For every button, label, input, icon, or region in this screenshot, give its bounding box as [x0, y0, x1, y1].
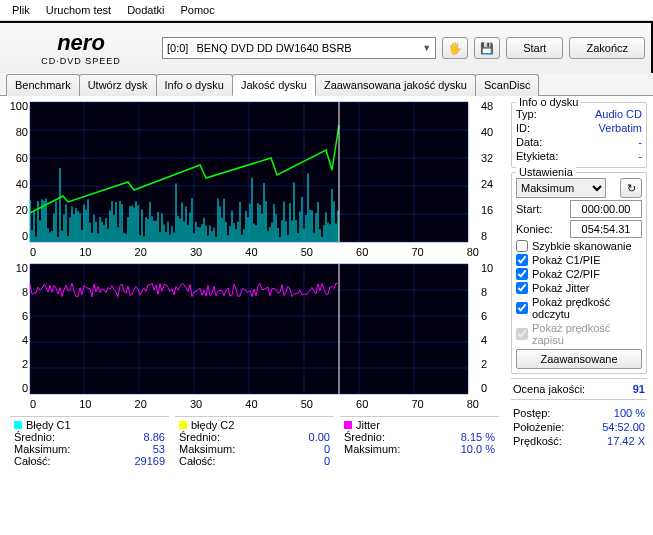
tab-create-disc[interactable]: Utwórz dysk [79, 74, 157, 96]
side-panel: Info o dysku Typ:Audio CD ID:Verbatim Da… [509, 100, 649, 471]
stats-c2: błędy C2 Średnio:0.00 Maksimum:0 Całość:… [175, 416, 334, 469]
chk-jitter[interactable]: Pokaż Jitter [516, 281, 642, 295]
settings-group: Ustawienia Maksimum ↻ Start: Koniec: Szy… [511, 172, 647, 374]
end-input[interactable] [570, 220, 642, 238]
top-chart-svg [4, 100, 494, 260]
c1-color-icon [14, 421, 22, 429]
drive-name: BENQ DVD DD DW1640 BSRB [196, 42, 351, 54]
quality-score: Ocena jakości: 91 [511, 378, 647, 400]
chk-read[interactable]: Pokaż prędkość odczytu [516, 295, 642, 321]
charts-area: 100 80 60 40 20 0 48 40 32 24 16 8 [4, 100, 505, 471]
advanced-button[interactable]: Zaawansowane [516, 349, 642, 369]
bottom-chart-y-left: 10 8 6 4 2 0 [6, 262, 28, 394]
reload-button[interactable]: ↻ [620, 178, 642, 198]
close-button[interactable]: Zakończ [569, 37, 645, 59]
tab-scandisc[interactable]: ScanDisc [475, 74, 539, 96]
menu-file[interactable]: Plik [6, 2, 36, 18]
menu-run[interactable]: Uruchom test [40, 2, 117, 18]
speed-select[interactable]: Maksimum [516, 178, 606, 198]
top-chart-y-left: 100 80 60 40 20 0 [6, 100, 28, 242]
tab-disc-quality[interactable]: Jakość dysku [232, 74, 316, 96]
chk-c1[interactable]: Pokaż C1/PIE [516, 253, 642, 267]
menu-help[interactable]: Pomoc [174, 2, 220, 18]
main-content: 100 80 60 40 20 0 48 40 32 24 16 8 [0, 96, 653, 475]
chk-write: Pokaż prędkość zapisu [516, 321, 642, 347]
drive-prefix: [0:0] [167, 42, 188, 54]
stats-c1: Błędy C1 Średnio:8.86 Maksimum:53 Całość… [10, 416, 169, 469]
menu-extras[interactable]: Dodatki [121, 2, 170, 18]
floppy-icon: 💾 [480, 42, 494, 55]
refresh-icon: 🖐 [448, 42, 462, 55]
stats-row: Błędy C1 Średnio:8.86 Maksimum:53 Całość… [4, 414, 505, 471]
tab-benchmark[interactable]: Benchmark [6, 74, 80, 96]
tab-bar: Benchmark Utwórz dysk Info o dysku Jakoś… [0, 73, 653, 96]
progress-footer: Postęp:100 % Położenie:54:52.00 Prędkość… [511, 404, 647, 450]
chk-fast[interactable]: Szybkie skanowanie [516, 239, 642, 253]
logo-text: nero [57, 30, 105, 56]
disc-info-group: Info o dysku Typ:Audio CD ID:Verbatim Da… [511, 102, 647, 168]
chevron-down-icon: ▼ [422, 43, 431, 53]
tab-advanced-quality[interactable]: Zaawansowana jakość dysku [315, 74, 476, 96]
bottom-chart: 10 8 6 4 2 0 10 8 6 4 2 0 [4, 262, 505, 412]
refresh-button[interactable]: 🖐 [442, 37, 468, 59]
tab-disc-info[interactable]: Info o dysku [156, 74, 233, 96]
menubar: Plik Uruchom test Dodatki Pomoc [0, 0, 653, 21]
toolbar: nero CD·DVD SPEED [0:0] BENQ DVD DD DW16… [0, 21, 653, 73]
c2-color-icon [179, 421, 187, 429]
chk-c2[interactable]: Pokaż C2/PIF [516, 267, 642, 281]
bottom-chart-y-right: 10 8 6 4 2 0 [481, 262, 503, 394]
top-chart: 100 80 60 40 20 0 48 40 32 24 16 8 [4, 100, 505, 260]
drive-selector[interactable]: [0:0] BENQ DVD DD DW1640 BSRB ▼ [162, 37, 436, 59]
top-chart-y-right: 48 40 32 24 16 8 [481, 100, 503, 242]
reload-icon: ↻ [627, 182, 636, 195]
stats-jitter: Jitter Średnio:8.15 % Maksimum:10.0 % [340, 416, 499, 469]
logo-subtitle: CD·DVD SPEED [41, 56, 121, 66]
start-input[interactable] [570, 200, 642, 218]
jitter-color-icon [344, 421, 352, 429]
start-button[interactable]: Start [506, 37, 563, 59]
bottom-chart-x: 0 10 20 30 40 50 60 70 80 [30, 398, 479, 410]
top-chart-x: 0 10 20 30 40 50 60 70 80 [30, 246, 479, 258]
nero-logo: nero CD·DVD SPEED [6, 27, 156, 69]
bottom-chart-svg [4, 262, 494, 412]
save-button[interactable]: 💾 [474, 37, 500, 59]
